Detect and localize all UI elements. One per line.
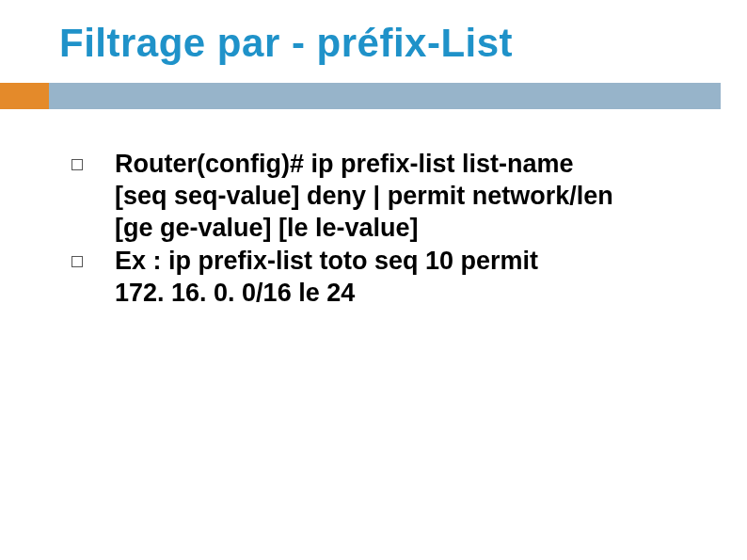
bullet-text-line: [seq seq-value] deny | permit network/le…	[115, 182, 613, 210]
slide-title: Filtrage par - préfix-List	[59, 21, 513, 66]
square-bullet-icon	[72, 159, 83, 170]
bullet-text-line: Ex : ip prefix-list toto seq 10 permit	[115, 247, 538, 275]
bullet-text-line: 172. 16. 0. 0/16 le 24	[115, 279, 355, 307]
accent-orange	[0, 83, 49, 109]
bullet-text-line: Router(config)# ip prefix-list list-name	[115, 150, 574, 178]
square-bullet-icon	[72, 256, 83, 267]
slide: Filtrage par - préfix-List Router(config…	[0, 0, 747, 560]
accent-blue	[49, 83, 721, 109]
content-area: Router(config)# ip prefix-list list-name…	[72, 149, 691, 312]
list-item: Router(config)# ip prefix-list list-name…	[72, 149, 691, 244]
bullet-text-line: [ge ge-value] [le le-value]	[115, 214, 419, 242]
list-item: Ex : ip prefix-list toto seq 10 permit 1…	[72, 246, 691, 310]
divider-bar	[0, 83, 747, 109]
